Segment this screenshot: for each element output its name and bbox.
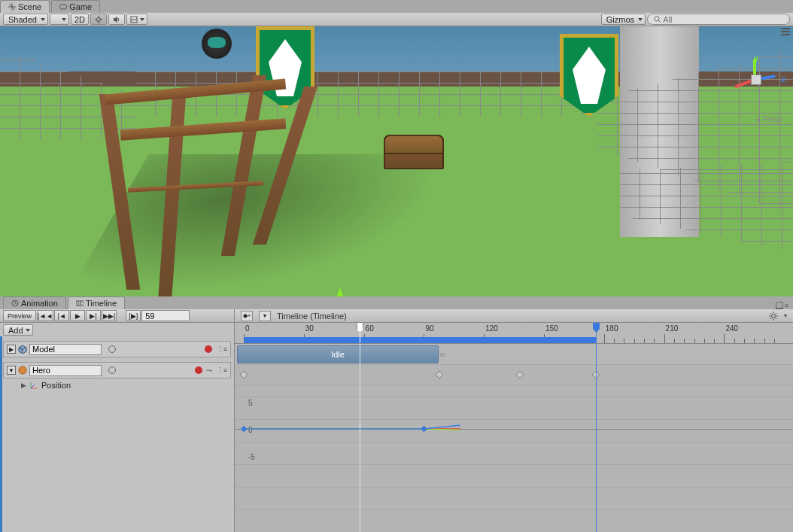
shading-extras-dropdown[interactable] (50, 14, 69, 25)
clip-idle-label: Idle (331, 350, 345, 359)
lower-tab-bar: Animation Timeline ≡ (0, 296, 793, 309)
track-target-button[interactable] (108, 366, 116, 374)
tab-game-label: Game (69, 2, 92, 11)
loop-icon: ∞ (439, 349, 446, 360)
sphere-icon (18, 366, 27, 375)
next-frame-button[interactable]: ▶| (86, 310, 101, 321)
ninja-character (196, 26, 241, 71)
add-label: Add (8, 326, 23, 335)
orientation-gizmo[interactable]: y z (731, 55, 784, 108)
track-menu-icon[interactable]: ⋮≡ (217, 366, 227, 374)
svg-line-20 (31, 385, 35, 388)
track-expand-toggle[interactable]: ▼ (7, 366, 16, 375)
axis-z-label: z (782, 74, 786, 84)
cube-icon (18, 345, 27, 354)
axes-icon (30, 382, 38, 389)
clip-row-model[interactable]: Idle ∞ (235, 344, 793, 365)
timeline-header: ◆+ ▼ Timeline (Timeline) ▾ (235, 309, 793, 323)
end-marker-line (596, 344, 597, 532)
effects-dropdown[interactable] (126, 14, 147, 25)
gizmos-dropdown[interactable]: Gizmos (601, 14, 646, 25)
projection-label[interactable]: Persp (754, 115, 782, 123)
lower-panel: Animation Timeline ≡ Preview |◄◄ |◄ ▶ ▶|… (0, 296, 793, 532)
svg-rect-31 (421, 426, 427, 432)
svg-rect-30 (241, 426, 247, 432)
svg-rect-14 (76, 301, 84, 306)
game-icon (59, 3, 67, 11)
clock-icon (11, 299, 19, 307)
search-icon (654, 16, 661, 23)
shading-mode-dropdown[interactable]: Shaded (3, 14, 48, 25)
goto-end-button[interactable]: ▶▶| (102, 310, 117, 321)
clip-idle[interactable]: Idle (237, 345, 439, 363)
svg-point-21 (772, 314, 776, 318)
keyframe-marker[interactable] (239, 370, 248, 378)
timeline-left-panel: Preview |◄◄ |◄ ▶ ▶| ▶▶| [▶] Add (0, 309, 235, 532)
speaker-icon (113, 16, 120, 23)
keyframe-row-hero[interactable] (235, 365, 793, 385)
scene-toolbar: Shaded 2D Gizmos (0, 13, 793, 26)
track-hero[interactable]: ▼ ⤳ ⋮≡ ▶ Position (3, 362, 231, 392)
pivot-gizmo-icon (335, 287, 345, 296)
goto-start-button[interactable]: |◄◄ (37, 310, 53, 321)
marker-dropdown[interactable]: ▼ (259, 311, 271, 321)
tab-animation[interactable]: Animation (3, 296, 66, 309)
track-model[interactable]: ▶ ⋮≡ (3, 341, 231, 357)
sun-icon (95, 16, 102, 23)
scene-tab-bar: Scene Game (0, 0, 793, 13)
timeline-right-panel: ◆+ ▼ Timeline (Timeline) ▾ 0306090120150… (235, 309, 793, 532)
animation-curves (235, 385, 460, 498)
svg-point-3 (97, 17, 101, 21)
tab-scene-label: Scene (18, 2, 41, 11)
preview-button[interactable]: Preview (3, 310, 36, 321)
track-record-button[interactable] (195, 366, 202, 374)
tab-timeline[interactable]: Timeline (68, 296, 125, 309)
track-name-input-model[interactable] (29, 344, 102, 355)
play-button[interactable]: ▶ (70, 310, 85, 321)
keyframe-marker[interactable] (515, 370, 524, 378)
track-menu-icon[interactable]: ⋮≡ (217, 345, 227, 353)
track-record-button[interactable] (205, 345, 212, 353)
track-curves-icon[interactable]: ⤳ (206, 366, 212, 375)
viewport-menu-icon[interactable] (781, 28, 790, 35)
ruler-range-bar[interactable] (244, 337, 596, 343)
toggle-2d-button[interactable]: 2D (71, 14, 89, 25)
keyframe-marker[interactable] (435, 370, 443, 378)
tab-timeline-label: Timeline (86, 299, 117, 308)
timeline-ruler[interactable]: 0306090120150180210240 (235, 323, 793, 344)
axis-y-label: y (754, 53, 758, 62)
curves-area[interactable]: 5 0 -5 (235, 385, 793, 532)
scene-viewport[interactable]: y z Persp (0, 26, 793, 296)
prev-frame-button[interactable]: |◄ (54, 310, 69, 321)
search-input[interactable] (663, 15, 783, 24)
svg-point-17 (19, 366, 26, 374)
tab-game[interactable]: Game (51, 0, 100, 13)
gear-icon[interactable] (769, 312, 778, 321)
svg-line-10 (659, 20, 661, 23)
playhead[interactable] (360, 323, 360, 343)
shading-mode-label: Shaded (8, 15, 37, 24)
end-marker[interactable] (596, 323, 597, 343)
track-list: ▶ ⋮≡ ▼ ⤳ (0, 336, 234, 532)
playhead-line (360, 344, 360, 532)
add-track-dropdown[interactable]: Add (3, 324, 33, 336)
lighting-toggle-button[interactable] (90, 14, 107, 25)
track-target-button[interactable] (108, 345, 116, 353)
preview-label: Preview (8, 312, 32, 320)
hierarchy-search[interactable] (647, 14, 790, 25)
panel-menu-icon[interactable]: ≡ (785, 302, 788, 309)
lock-icon[interactable] (776, 302, 783, 309)
marker-add-button[interactable]: ◆+ (241, 311, 253, 321)
track-property-position[interactable]: ▶ Position (3, 378, 231, 392)
track-expand-toggle[interactable]: ▶ (7, 345, 16, 354)
track-name-input-hero[interactable] (29, 365, 102, 376)
timeline-controls: Preview |◄◄ |◄ ▶ ▶| ▶▶| [▶] (0, 309, 234, 323)
frame-input[interactable] (141, 310, 190, 321)
track-selection-bar (0, 336, 2, 532)
audio-toggle-button[interactable] (108, 14, 125, 25)
axis-cube[interactable] (751, 74, 761, 85)
tab-scene[interactable]: Scene (0, 0, 50, 13)
property-expand-toggle[interactable]: ▶ (21, 382, 26, 389)
timeline-content[interactable]: Idle ∞ 5 0 -5 (235, 344, 793, 532)
play-range-button[interactable]: [▶] (126, 310, 141, 321)
